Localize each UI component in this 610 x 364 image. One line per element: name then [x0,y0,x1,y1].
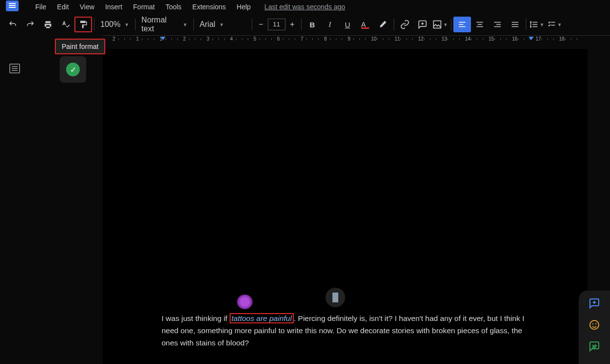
ruler-minor-tick [318,38,319,40]
paragraph-style-select[interactable]: Normal text ▼ [138,17,191,32]
ruler-minor-tick [365,38,366,40]
menu-tools[interactable]: Tools [161,1,187,13]
font-size-stepper: − 11 + [254,19,299,30]
highlighted-text[interactable]: tattoos are painful [230,313,294,323]
underline-button[interactable]: U [339,17,356,32]
ruler-minor-tick [283,38,283,40]
menu-insert[interactable]: Insert [100,1,127,13]
bold-button[interactable]: B [304,17,321,32]
increase-font-size-button[interactable]: + [285,20,299,29]
ruler-minor-tick [459,38,460,40]
menu-extensions[interactable]: Extensions [188,1,231,13]
ruler-minor-tick [553,38,554,40]
ruler-minor-tick [412,38,413,40]
align-right-button[interactable] [489,17,506,32]
ruler-minor-tick [447,38,448,40]
align-left-button[interactable] [453,17,471,32]
ruler-minor-tick [541,38,542,40]
document-body-text[interactable]: I was just thinking if tattoos are painf… [162,312,529,349]
menu-format[interactable]: Format [128,1,160,13]
separator [94,19,94,30]
ruler-minor-tick [242,38,242,40]
ruler-minor-tick [130,38,131,40]
ruler-minor-tick [259,38,260,40]
undo-button[interactable] [4,17,22,32]
ruler-minor-tick [424,38,424,40]
paint-format-button[interactable] [74,17,92,32]
svg-point-2 [592,323,593,324]
ruler-minor-tick [218,38,219,40]
text-color-button[interactable]: A [356,17,374,32]
align-center-button[interactable] [471,17,489,32]
separator [526,19,526,30]
ruler-minor-tick [353,38,354,40]
chevron-down-icon: ▼ [183,22,188,27]
ruler-tick: 11 [395,36,400,42]
menu-edit[interactable]: Edit [52,1,74,13]
chevron-down-icon: ▼ [124,22,129,27]
ruler-minor-tick [271,38,272,40]
menu-file[interactable]: File [30,1,51,13]
ruler-minor-tick [142,38,142,40]
insert-link-button[interactable] [396,17,414,32]
ruler-tick: 14 [465,36,470,42]
document-outline-button[interactable] [9,64,20,73]
ruler-minor-tick [265,38,266,40]
add-comment-fab[interactable] [588,297,600,309]
emoji-reaction-fab[interactable] [588,319,600,331]
line-spacing-button[interactable]: ▼ [528,17,546,32]
ruler-minor-tick [330,38,330,40]
add-comment-button[interactable] [414,17,431,32]
ruler-tick: 6 [277,36,280,42]
chevron-down-icon: ▼ [540,22,544,27]
zoom-select[interactable]: 100% ▼ [96,17,133,32]
ruler-tick: 5 [254,36,257,42]
ruler-tick: 15 [489,36,494,42]
ruler-minor-tick [289,38,289,40]
ruler-minor-tick [224,38,225,40]
highlight-color-button[interactable] [374,17,392,32]
ruler-minor-tick [518,38,518,40]
font-select[interactable]: Arial ▼ [196,17,250,32]
checkmark-icon: ✓ [66,63,80,76]
ruler-minor-tick [577,38,577,40]
ruler-minor-tick [389,38,389,40]
separator [301,19,302,30]
zoom-value: 100% [100,20,120,29]
suggest-edits-fab[interactable] [588,341,600,352]
ruler-minor-tick [406,38,407,40]
ruler-minor-tick [201,38,201,40]
document-page[interactable]: I was just thinking if tattoos are painf… [103,49,587,364]
ruler-minor-tick [377,38,377,40]
toolbar: 100% ▼ Normal text ▼ Arial ▼ − 11 + B I … [0,14,610,35]
ruler-minor-tick [312,38,313,40]
decrease-font-size-button[interactable]: − [254,20,268,29]
insert-image-button[interactable]: ▼ [431,17,449,32]
ruler-minor-tick [295,38,295,40]
italic-button[interactable]: I [321,17,339,32]
print-button[interactable] [39,17,57,32]
menu-help[interactable]: Help [232,1,256,13]
spellcheck-button[interactable] [57,17,74,32]
ruler-minor-tick [212,38,213,40]
ruler-tick: 2 [183,36,186,42]
last-edit-link[interactable]: Last edit was seconds ago [264,3,345,11]
docs-logo-icon[interactable] [6,0,19,11]
alignment-group [453,17,524,32]
redo-button[interactable] [22,17,39,32]
menu-view[interactable]: View [75,1,99,13]
checklist-button[interactable]: ▼ [546,17,563,32]
style-value: Normal text [141,16,179,33]
ruler-minor-tick [530,38,530,40]
align-justify-button[interactable] [506,17,524,32]
collaborator-cursor-avatar [237,295,253,309]
ruler-minor-tick [506,38,507,40]
ruler-minor-tick [342,38,342,40]
ruler-tick: 17 [536,36,541,42]
ruler-minor-tick [154,38,154,40]
spellcheck-status-button[interactable]: ✓ [60,56,86,83]
ruler-minor-tick [500,38,501,40]
horizontal-ruler[interactable]: 21123456789101112131415161718 [103,35,610,44]
font-size-input[interactable]: 11 [268,19,285,30]
separator [394,19,394,30]
